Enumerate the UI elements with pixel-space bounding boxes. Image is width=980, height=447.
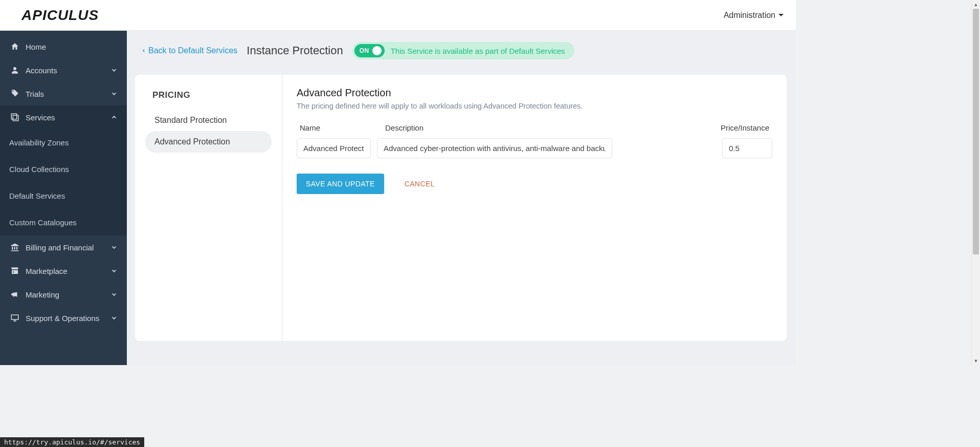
- sidebar-item-services[interactable]: Services: [0, 105, 127, 129]
- chevron-down-icon: [110, 314, 118, 322]
- chevron-down-icon: [110, 291, 118, 298]
- sidebar-sub-label: Cloud Collections: [9, 165, 69, 174]
- pricing-tab-standard[interactable]: Standard Protection: [145, 110, 272, 131]
- sidebar-sub-label: Default Services: [9, 191, 65, 200]
- sidebar-item-accounts[interactable]: Accounts: [0, 58, 127, 82]
- toggle-knob: [372, 46, 382, 55]
- page-title: Instance Protection: [247, 44, 343, 57]
- tag-icon: [9, 89, 20, 98]
- sidebar-item-trials[interactable]: Trials: [0, 82, 127, 105]
- section-title: Advanced Protection: [297, 87, 772, 99]
- column-description: Description: [385, 123, 707, 132]
- pricing-tab-label: Standard Protection: [154, 116, 227, 124]
- chevron-down-icon: [110, 67, 118, 74]
- sidebar-sub-label: Availability Zones: [9, 138, 69, 147]
- monitor-icon: [9, 313, 20, 323]
- sidebar-sub-cloud-collections[interactable]: Cloud Collections: [0, 156, 127, 182]
- sidebar-label-home: Home: [26, 42, 46, 51]
- pricing-heading: PRICING: [145, 90, 272, 100]
- pricing-sidebar: PRICING Standard Protection Advanced Pro…: [135, 75, 282, 341]
- sidebar-label-support: Support & Operations: [26, 314, 99, 323]
- scroll-up-arrow[interactable]: ▲: [972, 0, 980, 9]
- form-actions: SAVE AND UPDATE CANCEL: [297, 174, 772, 194]
- scroll-track[interactable]: [972, 9, 980, 356]
- column-headers: Name Description Price/Instance: [297, 123, 772, 132]
- megaphone-icon: [9, 290, 20, 299]
- sidebar-sub-custom-catalogues[interactable]: Custom Catalogues: [0, 209, 127, 236]
- pricing-tab-advanced[interactable]: Advanced Protection: [145, 131, 272, 153]
- bank-icon: [9, 243, 20, 252]
- svg-point-0: [13, 67, 16, 70]
- sidebar-label-marketing: Marketing: [26, 290, 59, 299]
- pricing-tab-label: Advanced Protection: [154, 137, 230, 146]
- back-link[interactable]: Back to Default Services: [141, 46, 237, 55]
- chevron-down-icon: [110, 90, 118, 97]
- brand-name: APICULUS: [21, 7, 99, 24]
- sidebar-sub-availability-zones[interactable]: Availability Zones: [0, 129, 127, 156]
- sidebar-sub-default-services[interactable]: Default Services: [0, 182, 127, 209]
- pricing-card: PRICING Standard Protection Advanced Pro…: [135, 75, 787, 341]
- admin-dropdown[interactable]: Administration: [724, 11, 784, 20]
- page-header: Back to Default Services Instance Protec…: [127, 31, 796, 75]
- store-icon: [9, 266, 20, 275]
- svg-rect-1: [11, 114, 17, 119]
- chevron-left-icon: [141, 47, 146, 54]
- service-toggle[interactable]: ON: [354, 44, 385, 57]
- scroll-thumb[interactable]: [973, 9, 979, 254]
- main-content: Back to Default Services Instance Protec…: [127, 31, 796, 365]
- availability-pill: ON This Service is available as part of …: [352, 42, 574, 59]
- section-subtitle: The pricing defined here will apply to a…: [297, 102, 772, 110]
- cancel-button[interactable]: CANCEL: [405, 180, 435, 188]
- services-icon: [9, 113, 20, 122]
- sidebar-item-home[interactable]: Home: [0, 35, 127, 58]
- home-icon: [9, 42, 20, 51]
- topbar: APICULUS Administration: [0, 0, 796, 31]
- sidebar-item-billing[interactable]: Billing and Financial: [0, 236, 127, 259]
- pricing-form: Advanced Protection The pricing defined …: [282, 75, 787, 341]
- admin-label: Administration: [724, 11, 775, 20]
- vertical-scrollbar[interactable]: ▲ ▼: [971, 0, 980, 365]
- sidebar-sub-label: Custom Catalogues: [9, 218, 77, 227]
- price-input[interactable]: [722, 138, 772, 158]
- sidebar: Home Accounts Trials: [0, 31, 127, 365]
- sidebar-item-marketplace[interactable]: Marketplace: [0, 259, 127, 283]
- chevron-up-icon: [110, 114, 118, 121]
- column-name: Name: [300, 123, 379, 132]
- svg-rect-3: [11, 315, 18, 320]
- availability-text: This Service is available as part of Def…: [391, 47, 565, 55]
- sidebar-item-marketing[interactable]: Marketing: [0, 283, 127, 306]
- name-input[interactable]: [297, 138, 371, 158]
- sidebar-label-trials: Trials: [26, 90, 44, 98]
- description-input[interactable]: [377, 138, 612, 158]
- scroll-down-arrow[interactable]: ▼: [972, 356, 980, 365]
- sidebar-label-accounts: Accounts: [26, 66, 57, 75]
- toggle-label: ON: [360, 47, 369, 54]
- back-link-label: Back to Default Services: [148, 46, 237, 55]
- brand-logo: APICULUS: [12, 0, 99, 30]
- sidebar-label-marketplace: Marketplace: [26, 267, 68, 275]
- user-icon: [9, 66, 20, 75]
- svg-rect-2: [13, 115, 18, 121]
- chevron-down-icon: [110, 267, 118, 274]
- chevron-down-icon: [110, 244, 118, 251]
- caret-down-icon: [778, 14, 784, 16]
- pricing-row: [297, 138, 772, 158]
- sidebar-item-support[interactable]: Support & Operations: [0, 306, 127, 330]
- save-button[interactable]: SAVE AND UPDATE: [297, 174, 384, 194]
- sidebar-label-billing: Billing and Financial: [26, 243, 94, 252]
- column-price: Price/Instance: [713, 123, 769, 132]
- sidebar-label-services: Services: [26, 113, 55, 122]
